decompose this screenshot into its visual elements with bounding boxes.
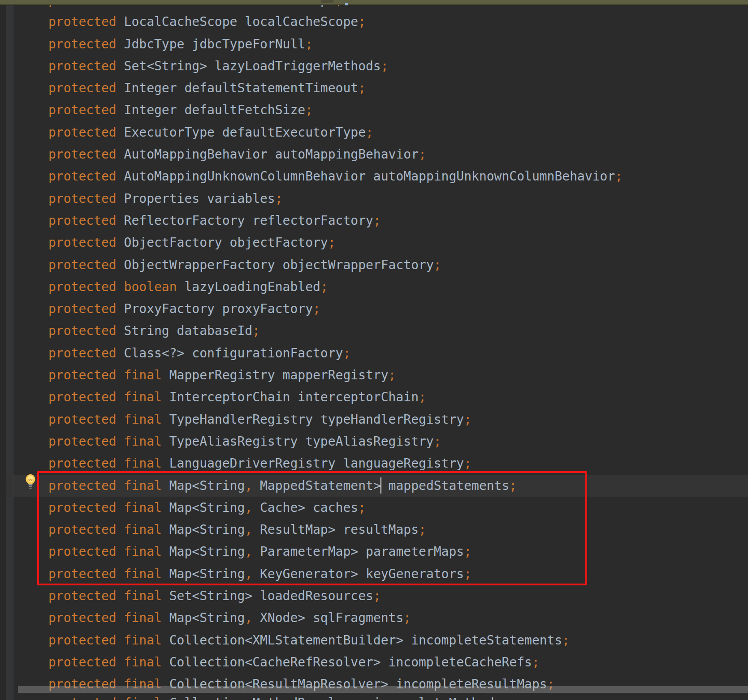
code-identifier: Map<String: [169, 478, 245, 493]
code-keyword: ;: [419, 390, 426, 404]
code-keyword: ,: [245, 522, 252, 537]
code-keyword: protected: [48, 147, 124, 162]
code-line[interactable]: protected final TypeAliasRegistry typeAl…: [0, 430, 748, 452]
code-identifier: Map<String: [169, 522, 245, 537]
code-identifier: mappedStatements: [381, 478, 510, 493]
code-identifier: AutoMappingUnknownColumnBehavior autoMap…: [124, 169, 615, 184]
code-keyword: ;: [562, 633, 570, 648]
code-keyword: protected final: [48, 522, 169, 537]
code-line[interactable]: protected final Map<String, ParameterMap…: [0, 541, 748, 563]
code-line[interactable]: protected final Set<String> loadedResour…: [0, 585, 748, 607]
code-keyword: ;: [419, 147, 426, 162]
code-line[interactable]: protected AutoMappingUnknownColumnBehavi…: [0, 165, 748, 187]
code-line[interactable]: protected final Map<String, KeyGenerator…: [0, 563, 748, 585]
code-keyword: protected final: [48, 456, 169, 471]
code-keyword: ;: [389, 368, 396, 382]
code-line[interactable]: protected ReflectorFactory reflectorFact…: [0, 210, 748, 232]
code-line[interactable]: protected final LanguageDriverRegistry l…: [0, 452, 748, 474]
code-line[interactable]: protected String databaseId;: [0, 320, 748, 342]
code-line[interactable]: protected final Map<String, XNode> sqlFr…: [0, 607, 748, 629]
code-keyword: ;: [373, 213, 381, 228]
code-identifier: Collection<MethodResolver> incompleteMet…: [169, 696, 502, 700]
code-keyword: protected: [48, 235, 124, 250]
code-keyword: ;: [328, 235, 336, 250]
code-line[interactable]: protected boolean lazyLoadingEnabled;: [0, 276, 748, 298]
ide-editor-screenshot: protected Class<? extends VFS> vfsImpl;p…: [0, 0, 748, 700]
code-identifier: MapperRegistry mapperRegistry: [169, 368, 389, 382]
code-keyword: protected final: [48, 434, 169, 449]
code-keyword: protected: [48, 81, 124, 95]
code-identifier: TypeAliasRegistry typeAliasRegistry: [169, 434, 434, 449]
code-keyword: ;: [343, 346, 350, 361]
code-line[interactable]: protected ExecutorType defaultExecutorTy…: [0, 121, 748, 143]
code-identifier: ParameterMap> parameterMaps: [252, 544, 464, 559]
top-edge-bar: [0, 0, 748, 5]
code-identifier: ObjectFactory objectFactory: [124, 235, 328, 250]
code-keyword: ;: [464, 567, 471, 581]
code-keyword: protected final: [48, 478, 169, 493]
code-keyword: ,: [245, 567, 252, 581]
code-keyword: protected: [48, 301, 124, 316]
code-identifier: lazyLoadingEnabled: [184, 279, 320, 294]
code-keyword: ;: [358, 81, 366, 95]
code-editor[interactable]: protected Class<? extends VFS> vfsImpl;p…: [0, 5, 748, 700]
code-line[interactable]: protected JdbcType jdbcTypeForNull;: [0, 33, 748, 55]
code-line[interactable]: protected ObjectWrapperFactory objectWra…: [0, 254, 748, 276]
code-keyword: ;: [419, 522, 426, 537]
code-keyword: protected: [48, 169, 124, 184]
code-keyword: protected final: [48, 588, 169, 603]
code-keyword: ,: [245, 610, 252, 625]
code-identifier: Properties variables: [124, 191, 275, 206]
intention-bulb-icon[interactable]: [24, 474, 37, 489]
code-line[interactable]: protected Set<String> lazyLoadTriggerMet…: [0, 55, 748, 77]
code-line[interactable]: protected final Collection<CacheRefResol…: [0, 651, 748, 673]
code-line[interactable]: protected ProxyFactory proxyFactory;: [0, 298, 748, 320]
code-keyword: protected final: [48, 655, 169, 670]
code-keyword: ;: [464, 412, 471, 427]
code-keyword: ;: [305, 37, 313, 52]
code-identifier: ProxyFactory proxyFactory: [124, 301, 313, 316]
code-keyword: ;: [358, 500, 366, 515]
code-identifier: KeyGenerator> keyGenerators: [252, 567, 464, 581]
code-keyword: ;: [434, 434, 441, 449]
code-identifier: ExecutorType defaultExecutorType: [124, 125, 366, 140]
code-line[interactable]: protected LocalCacheScope localCacheScop…: [0, 11, 748, 33]
horizontal-scrollbar-thumb[interactable]: [18, 686, 748, 693]
code-keyword: protected final: [48, 390, 169, 404]
code-identifier: Map<String: [169, 544, 245, 559]
code-keyword: protected final: [48, 368, 169, 382]
code-keyword: ;: [373, 588, 381, 603]
code-keyword: protected: [48, 125, 124, 140]
code-line[interactable]: protected final Collection<MethodResolve…: [0, 692, 748, 700]
top-bar-marker-dot: [345, 3, 348, 5]
code-line-current[interactable]: protected final Map<String, MappedStatem…: [6, 475, 748, 497]
code-line[interactable]: protected Class<?> configurationFactory;: [0, 342, 748, 364]
code-line[interactable]: protected final Map<String, ResultMap> r…: [0, 519, 748, 541]
code-keyword: protected final: [48, 567, 169, 581]
code-line[interactable]: protected ObjectFactory objectFactory;: [0, 232, 748, 253]
code-keyword: protected: [48, 103, 124, 117]
code-line[interactable]: protected final Collection<XMLStatementB…: [0, 629, 748, 651]
code-line[interactable]: protected AutoMappingBehavior autoMappin…: [0, 143, 748, 165]
code-identifier: XNode> sqlFragments: [252, 610, 403, 625]
code-line[interactable]: protected Properties variables;: [0, 188, 748, 210]
code-identifier: LanguageDriverRegistry languageRegistry: [169, 456, 464, 471]
top-bar-notch: [321, 0, 333, 3]
code-line[interactable]: protected final Map<String, Cache> cache…: [0, 497, 748, 519]
code-keyword: protected final: [48, 633, 169, 648]
code-line[interactable]: protected Integer defaultStatementTimeou…: [0, 77, 748, 99]
code-keyword: protected: [48, 346, 124, 361]
code-identifier: Collection<XMLStatementBuilder> incomple…: [169, 633, 562, 648]
code-keyword: ,: [245, 544, 252, 559]
code-line[interactable]: protected final TypeHandlerRegistry type…: [0, 408, 748, 430]
code-line[interactable]: protected Integer defaultFetchSize;: [0, 99, 748, 121]
code-line[interactable]: protected final MapperRegistry mapperReg…: [0, 364, 748, 386]
code-keyword: ;: [615, 169, 623, 184]
code-keyword: protected: [48, 213, 124, 228]
code-keyword: protected final: [48, 610, 169, 625]
code-keyword: protected: [48, 14, 124, 29]
code-line[interactable]: protected final InterceptorChain interce…: [0, 386, 748, 408]
code-keyword: ;: [275, 191, 283, 206]
code-keyword: ;: [381, 59, 389, 73]
code-identifier: String databaseId: [124, 323, 253, 338]
